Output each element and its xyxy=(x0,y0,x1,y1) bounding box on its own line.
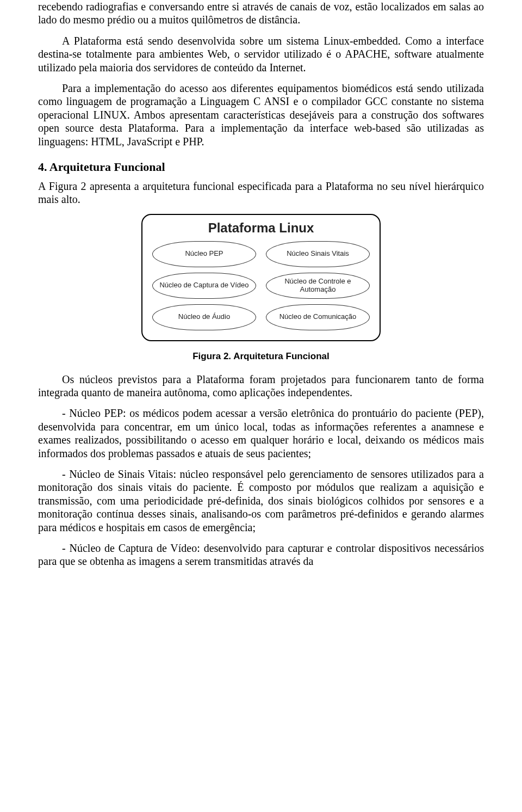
paragraph-figure-intro: A Figura 2 apresenta a arquitetura funci… xyxy=(38,180,484,206)
figure-caption: Figura 2. Arquitetura Funcional xyxy=(38,351,484,362)
figure-node-comunicacao: Núcleo de Comunicação xyxy=(266,304,370,330)
paragraph-implementation: Para a implementação do acesso aos difer… xyxy=(38,82,484,148)
paragraph-nucleo-captura-video: - Núcleo de Captura de Vídeo: desenvolvi… xyxy=(38,542,484,568)
figure-container: Plataforma Linux Núcleo PEP Núcleo Sinai… xyxy=(38,214,484,341)
figure-row-1: Núcleo PEP Núcleo Sinais Vitais xyxy=(152,241,370,267)
figure-node-controle-automacao: Núcleo de Controle e Automação xyxy=(266,273,370,299)
section-heading-architecture: 4. Arquitetura Funcional xyxy=(38,160,484,174)
figure-row-2: Núcleo de Captura de Vídeo Núcleo de Con… xyxy=(152,273,370,299)
figure-node-pep: Núcleo PEP xyxy=(152,241,256,267)
paragraph-platform: A Plataforma está sendo desenvolvida sob… xyxy=(38,34,484,74)
figure-title: Plataforma Linux xyxy=(152,220,370,236)
figure-row-3: Núcleo de Áudio Núcleo de Comunicação xyxy=(152,304,370,330)
paragraph-intro-continued: recebendo radiografias e conversando ent… xyxy=(38,0,484,27)
figure-node-captura-video: Núcleo de Captura de Vídeo xyxy=(152,273,256,299)
figure-node-sinais-vitais: Núcleo Sinais Vitais xyxy=(266,241,370,267)
figure-node-audio: Núcleo de Áudio xyxy=(152,304,256,330)
paragraph-nucleo-sinais-vitais: - Núcleo de Sinais Vitais: núcleo respon… xyxy=(38,467,484,534)
paragraph-nuclei-intro: Os núcleos previstos para a Plataforma f… xyxy=(38,373,484,399)
paragraph-nucleo-pep: - Núcleo PEP: os médicos podem acessar a… xyxy=(38,407,484,460)
figure-box: Plataforma Linux Núcleo PEP Núcleo Sinai… xyxy=(141,214,381,341)
document-page: recebendo radiografias e conversando ent… xyxy=(0,0,522,598)
